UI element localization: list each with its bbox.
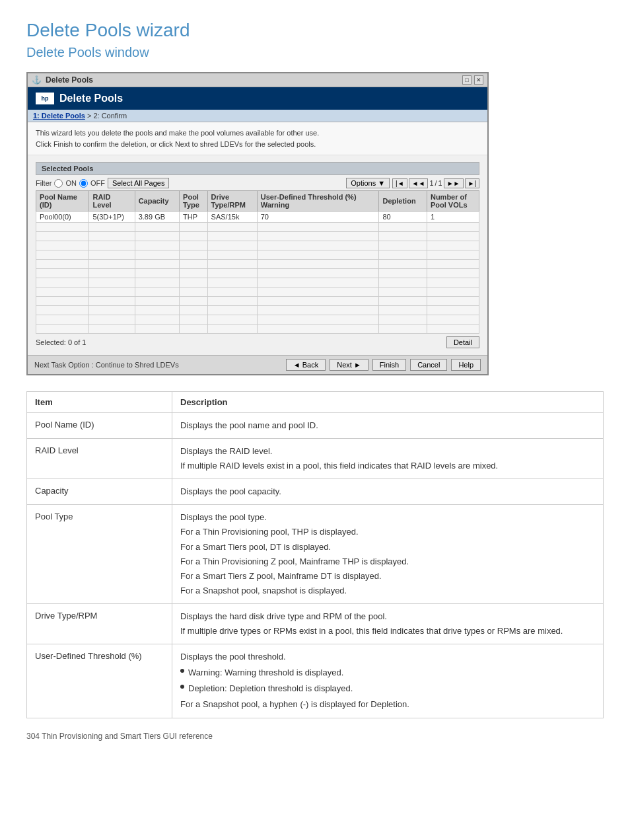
- table-header-row: Pool Name(ID) RAIDLevel Capacity PoolTyp…: [36, 191, 479, 211]
- empty-row-2: [36, 232, 479, 241]
- col-pool-vols: Number ofPool VOLs: [427, 191, 479, 211]
- filter-label: Filter: [36, 179, 52, 187]
- desc-drive-type: Displays the hard disk drive type and RP…: [172, 603, 604, 644]
- filter-off-radio[interactable]: [79, 179, 88, 188]
- desc-col-item: Item: [27, 392, 172, 413]
- filter-on-radio[interactable]: [54, 179, 63, 188]
- empty-row-4: [36, 250, 479, 260]
- select-all-pages-button[interactable]: Select All Pages: [108, 178, 170, 188]
- desc-header-row: Item Description: [27, 392, 604, 413]
- next-button[interactable]: Next ►: [330, 359, 368, 371]
- empty-row-1: [36, 223, 479, 232]
- first-page-button[interactable]: |◄: [392, 178, 407, 188]
- breadcrumb-step1: 1: Delete Pools: [33, 112, 85, 120]
- desc-row-drive-type: Drive Type/RPM Displays the hard disk dr…: [27, 603, 604, 644]
- titlebar-title: Delete Pools: [46, 75, 93, 85]
- desc-raid-level: Displays the RAID level. If multiple RAI…: [172, 439, 604, 479]
- item-drive-type: Drive Type/RPM: [27, 603, 172, 644]
- table-row: Pool00(0) 5(3D+1P) 3.89 GB THP SAS/15k 7…: [36, 211, 479, 223]
- next-page-button[interactable]: ►►: [444, 178, 464, 188]
- pagination: |◄ ◄◄ 1 / 1 ►► ►|: [392, 178, 479, 188]
- empty-row-10: [36, 306, 479, 315]
- item-capacity: Capacity: [27, 479, 172, 505]
- description-line2: Click Finish to confirm the deletion, or…: [36, 139, 479, 150]
- cell-pool-type: THP: [180, 211, 208, 223]
- col-raid-level: RAIDLevel: [89, 191, 135, 211]
- cell-drive-type: SAS/15k: [207, 211, 257, 223]
- breadcrumb-step2: 2: Confirm: [93, 112, 127, 120]
- desc-row-threshold: User-Defined Threshold (%) Displays the …: [27, 644, 604, 718]
- page-subtitle: Delete Pools window: [26, 45, 604, 60]
- options-dropdown[interactable]: Options ▼: [346, 178, 390, 188]
- empty-row-11: [36, 315, 479, 325]
- breadcrumb-separator: >: [87, 112, 93, 120]
- col-drive-type: DriveType/RPM: [207, 191, 257, 211]
- col-warning: User-Defined Threshold (%)Warning: [257, 191, 379, 211]
- item-pool-type: Pool Type: [27, 505, 172, 604]
- col-pool-type: PoolType: [180, 191, 208, 211]
- cell-raid-level: 5(3D+1P): [89, 211, 135, 223]
- cell-warning: 70: [257, 211, 379, 223]
- minimize-button[interactable]: □: [462, 75, 472, 85]
- empty-row-7: [36, 278, 479, 287]
- cancel-button[interactable]: Cancel: [410, 359, 447, 371]
- wizard-header-title: Delete Pools: [59, 93, 123, 104]
- desc-capacity: Displays the pool capacity.: [172, 479, 604, 505]
- off-label: OFF: [90, 179, 105, 187]
- empty-row-8: [36, 287, 479, 297]
- empty-row-5: [36, 260, 479, 269]
- desc-pool-type: Displays the pool type. For a Thin Provi…: [172, 505, 604, 604]
- empty-row-6: [36, 269, 479, 278]
- hp-logo: hp: [36, 93, 54, 104]
- col-depletion: Depletion: [379, 191, 427, 211]
- bullet-warning: Warning: Warning threshold is displayed.: [180, 666, 595, 680]
- cell-capacity: 3.89 GB: [135, 211, 179, 223]
- bullet-depletion: Depletion: Depletion threshold is displa…: [180, 681, 595, 696]
- last-page-button[interactable]: ►|: [465, 178, 480, 188]
- titlebar-icons: □ ✕: [462, 75, 483, 85]
- desc-row-capacity: Capacity Displays the pool capacity.: [27, 479, 604, 505]
- item-pool-name: Pool Name (ID): [27, 413, 172, 439]
- page-current: 1: [429, 179, 433, 187]
- cell-pool-vols: 1: [427, 211, 479, 223]
- wizard-window: ⚓ Delete Pools □ ✕ hp Delete Pools 1: De…: [26, 72, 489, 375]
- close-button[interactable]: ✕: [474, 75, 483, 85]
- selected-count: Selected: 0 of 1: [36, 338, 86, 346]
- help-button[interactable]: Help: [451, 359, 481, 371]
- desc-row-raid-level: RAID Level Displays the RAID level. If m…: [27, 439, 604, 479]
- wizard-body: Selected Pools Filter ON OFF Select All …: [28, 155, 487, 355]
- item-threshold: User-Defined Threshold (%): [27, 644, 172, 718]
- item-raid-level: RAID Level: [27, 439, 172, 479]
- next-task-text: Next Task Option : Continue to Shred LDE…: [34, 361, 282, 369]
- bullet-dot-warning: [180, 669, 184, 673]
- cell-pool-name: Pool00(0): [36, 211, 89, 223]
- col-pool-name: Pool Name(ID): [36, 191, 89, 211]
- empty-row-3: [36, 241, 479, 250]
- empty-row-9: [36, 297, 479, 306]
- page-separator: /: [435, 179, 437, 187]
- desc-col-description: Description: [172, 392, 604, 413]
- bullet-depletion-text: Depletion: Depletion threshold is displa…: [188, 681, 353, 696]
- desc-threshold: Displays the pool threshold. Warning: Wa…: [172, 644, 604, 718]
- desc-row-pool-name: Pool Name (ID) Displays the pool name an…: [27, 413, 604, 439]
- detail-button[interactable]: Detail: [446, 336, 479, 348]
- page-title: Delete Pools wizard: [26, 20, 604, 41]
- col-capacity: Capacity: [135, 191, 179, 211]
- desc-pool-name: Displays the pool name and pool ID.: [172, 413, 604, 439]
- desc-row-pool-type: Pool Type Displays the pool type. For a …: [27, 505, 604, 604]
- cell-depletion: 80: [379, 211, 427, 223]
- resize-icon: ⚓: [32, 75, 42, 85]
- prev-page-button[interactable]: ◄◄: [409, 178, 429, 188]
- finish-button[interactable]: Finish: [372, 359, 406, 371]
- back-button[interactable]: ◄ Back: [286, 359, 326, 371]
- empty-row-12: [36, 325, 479, 334]
- bullet-warning-text: Warning: Warning threshold is displayed.: [188, 666, 343, 680]
- table-footer: Selected: 0 of 1 Detail: [36, 336, 479, 348]
- titlebar-left: ⚓ Delete Pools: [32, 75, 93, 85]
- page-total: 1: [438, 179, 442, 187]
- wizard-header: hp Delete Pools: [28, 87, 487, 110]
- description-line1: This wizard lets you delete the pools an…: [36, 128, 479, 139]
- description-table: Item Description Pool Name (ID) Displays…: [26, 391, 604, 718]
- wizard-breadcrumb: 1: Delete Pools > 2: Confirm: [28, 110, 487, 122]
- wizard-description: This wizard lets you delete the pools an…: [28, 122, 487, 155]
